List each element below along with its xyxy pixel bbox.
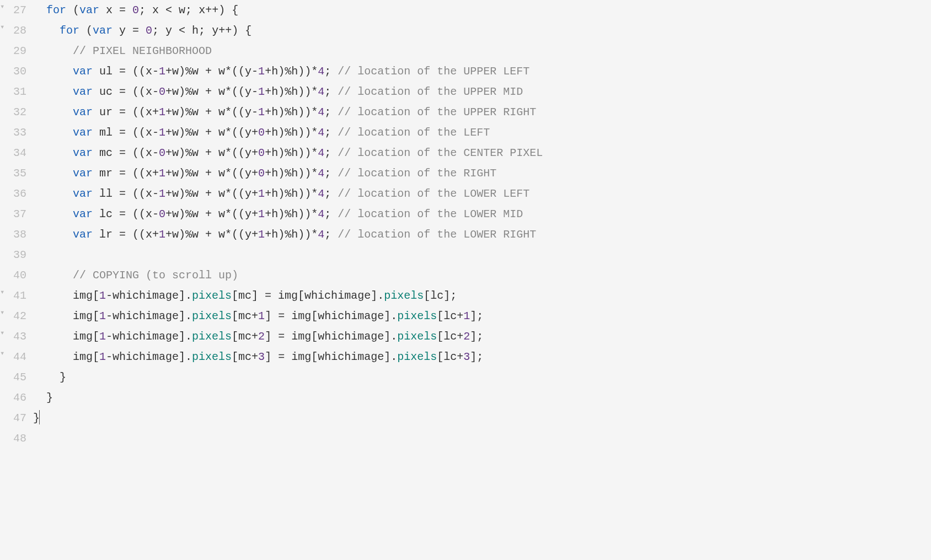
token-ident: ] = img[whichimage]. (265, 330, 397, 343)
token-number: 4 (318, 85, 324, 98)
line-number[interactable]: 47 (0, 408, 26, 428)
code-line[interactable] (33, 245, 920, 265)
token-punct: ; (324, 187, 338, 200)
token-punct: ; (324, 208, 338, 220)
line-number[interactable]: 36 (0, 184, 26, 204)
line-number-label: 47 (13, 412, 26, 424)
line-number[interactable]: 32 (0, 102, 26, 122)
token-prop: pixels (384, 289, 424, 302)
code-line[interactable]: img[1-whichimage].pixels[mc+2] = img[whi… (33, 326, 920, 347)
line-number[interactable]: 45 (0, 367, 26, 387)
code-line[interactable]: } (33, 367, 920, 387)
token-ident: +w)%w + w*((y+ (165, 228, 258, 241)
fold-marker-icon[interactable]: ▾ (0, 286, 4, 300)
indent (33, 269, 73, 282)
line-number-label: 28 (13, 24, 26, 37)
token-ident: ] = img[whichimage]. (265, 310, 397, 322)
token-ident: [lc+ (437, 330, 463, 343)
token-number: 1 (99, 330, 106, 343)
token-comment: // location of the UPPER RIGHT (338, 106, 536, 119)
code-line[interactable]: var ul = ((x-1+w)%w + w*((y-1+h)%h))*4; … (33, 61, 920, 82)
token-ident: ur = ((x+ (93, 106, 159, 119)
line-number[interactable]: ▾41 (0, 286, 26, 306)
code-line[interactable]: for (var x = 0; x < w; x++) { (33, 0, 920, 20)
token-prop: pixels (397, 310, 437, 322)
line-number-label: 30 (13, 65, 26, 78)
line-number[interactable]: 33 (0, 122, 26, 143)
line-number[interactable]: ▾44 (0, 347, 26, 367)
indent (33, 167, 73, 180)
line-number[interactable]: ▾27 (0, 0, 26, 20)
line-number-label: 43 (13, 330, 26, 343)
token-number: 1 (258, 85, 265, 98)
code-line[interactable]: // COPYING (to scroll up) (33, 265, 920, 286)
line-number[interactable]: 48 (0, 428, 26, 449)
line-number[interactable]: 34 (0, 143, 26, 163)
fold-marker-icon[interactable]: ▾ (0, 347, 4, 361)
line-number-label: 31 (13, 85, 26, 98)
token-number: 1 (258, 187, 265, 200)
line-number[interactable]: 40 (0, 265, 26, 286)
code-line[interactable]: for (var y = 0; y < h; y++) { (33, 20, 920, 41)
code-line[interactable]: // PIXEL NEIGHBORHOOD (33, 41, 920, 61)
indent (33, 65, 73, 78)
code-line[interactable]: var ll = ((x-1+w)%w + w*((y+1+h)%h))*4; … (33, 184, 920, 204)
token-ident: ll = ((x- (93, 187, 159, 200)
line-number[interactable]: ▾43 (0, 326, 26, 347)
line-number[interactable]: ▾28 (0, 20, 26, 41)
code-line[interactable] (33, 428, 920, 449)
token-prop: pixels (397, 330, 437, 343)
line-number[interactable]: 39 (0, 245, 26, 265)
token-ident: +h)%h))* (265, 126, 318, 139)
token-keyword: var (73, 167, 93, 180)
code-line[interactable]: var uc = ((x-0+w)%w + w*((y-1+h)%h))*4; … (33, 82, 920, 102)
code-line[interactable]: img[1-whichimage].pixels[mc+1] = img[whi… (33, 306, 920, 326)
token-keyword: var (73, 147, 93, 159)
fold-marker-icon[interactable]: ▾ (0, 20, 4, 35)
code-area[interactable]: for (var x = 0; x < w; x++) { for (var y… (33, 0, 931, 449)
line-number[interactable]: 37 (0, 204, 26, 224)
line-number-label: 33 (13, 126, 26, 139)
token-number: 1 (99, 289, 106, 302)
fold-marker-icon[interactable]: ▾ (0, 326, 4, 341)
code-line[interactable]: } (33, 408, 920, 428)
line-number[interactable]: 31 (0, 82, 26, 102)
code-line[interactable]: var mc = ((x-0+w)%w + w*((y+0+h)%h))*4; … (33, 143, 920, 163)
token-number: 1 (159, 167, 165, 180)
code-line[interactable]: } (33, 387, 920, 408)
token-number: 4 (318, 126, 324, 139)
code-line[interactable]: var lc = ((x-0+w)%w + w*((y+1+h)%h))*4; … (33, 204, 920, 224)
token-ident: ] = img[whichimage]. (265, 351, 397, 363)
code-line[interactable]: var ur = ((x+1+w)%w + w*((y-1+h)%h))*4; … (33, 102, 920, 122)
token-number: 0 (258, 147, 265, 159)
line-number[interactable]: 38 (0, 224, 26, 245)
line-number[interactable]: 30 (0, 61, 26, 82)
fold-marker-icon[interactable]: ▾ (0, 306, 4, 320)
indent (33, 187, 73, 200)
token-number: 0 (159, 85, 165, 98)
fold-marker-icon[interactable]: ▾ (0, 0, 4, 14)
line-number[interactable]: 35 (0, 163, 26, 184)
token-keyword: for (46, 4, 66, 17)
token-number: 0 (159, 147, 165, 159)
line-number-label: 38 (13, 228, 26, 241)
token-comment: // PIXEL NEIGHBORHOOD (73, 45, 212, 57)
token-ident: [mc+ (232, 351, 258, 363)
code-line[interactable]: img[1-whichimage].pixels[mc+3] = img[whi… (33, 347, 920, 367)
token-number: 4 (318, 106, 324, 119)
code-line[interactable]: var mr = ((x+1+w)%w + w*((y+0+h)%h))*4; … (33, 163, 920, 184)
token-ident: [mc+ (232, 310, 258, 322)
line-number[interactable]: 29 (0, 41, 26, 61)
token-ident: +w)%w + w*((y+ (165, 126, 258, 139)
code-line[interactable]: var ml = ((x-1+w)%w + w*((y+0+h)%h))*4; … (33, 122, 920, 143)
token-ident: +w)%w + w*((y- (165, 65, 258, 78)
token-ident: [lc]; (424, 289, 457, 302)
token-number: 4 (318, 208, 324, 220)
line-number[interactable]: 46 (0, 387, 26, 408)
line-number[interactable]: ▾42 (0, 306, 26, 326)
token-ident: +w)%w + w*((y+ (165, 147, 258, 159)
code-editor[interactable]: ▾27▾28293031323334353637383940▾41▾42▾43▾… (0, 0, 931, 449)
code-line[interactable]: var lr = ((x+1+w)%w + w*((y+1+h)%h))*4; … (33, 224, 920, 245)
line-number-gutter[interactable]: ▾27▾28293031323334353637383940▾41▾42▾43▾… (0, 0, 33, 449)
code-line[interactable]: img[1-whichimage].pixels[mc] = img[which… (33, 286, 920, 306)
